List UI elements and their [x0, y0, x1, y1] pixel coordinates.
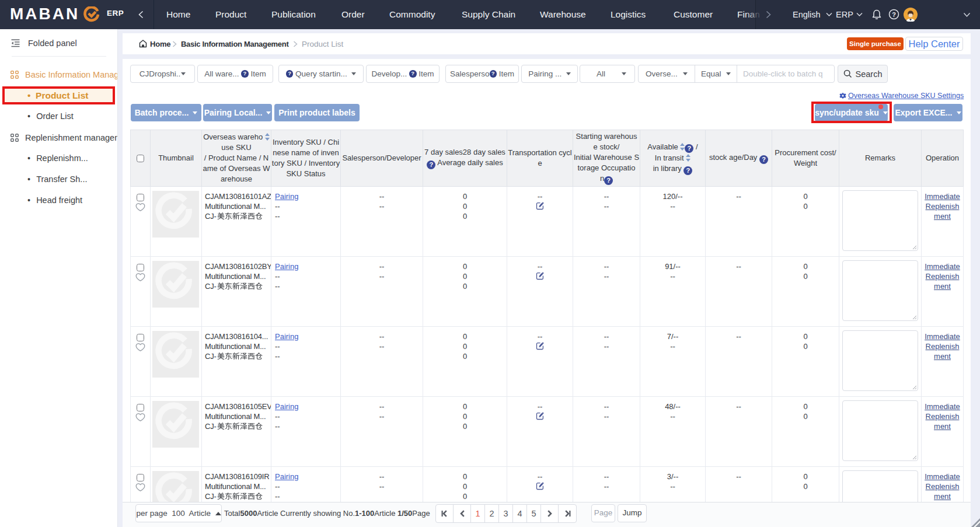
svg-text:?: ? — [892, 11, 896, 18]
